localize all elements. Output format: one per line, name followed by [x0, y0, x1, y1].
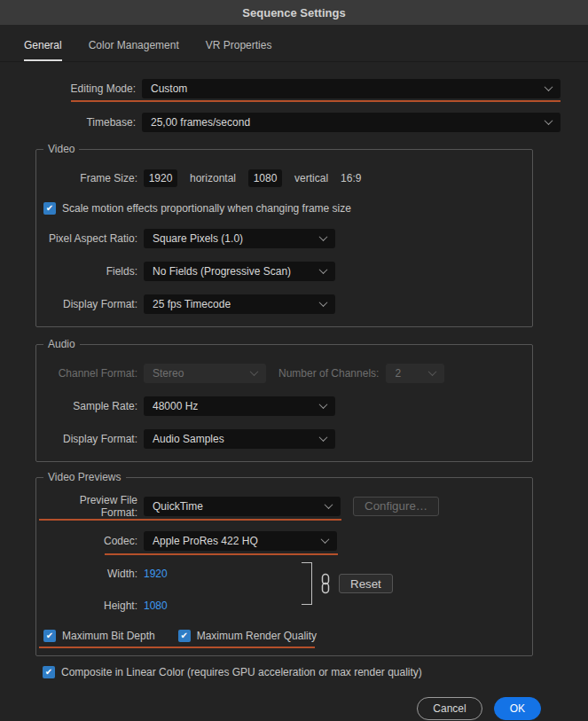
- scale-motion-label: Scale motion effects proportionally when…: [62, 202, 351, 215]
- highlight-underline: [105, 553, 338, 555]
- tab-color-management[interactable]: Color Management: [89, 39, 179, 61]
- fields-dropdown[interactable]: No Fields (Progressive Scan): [144, 262, 335, 281]
- max-bit-depth-checkbox[interactable]: ✔: [43, 630, 56, 642]
- chevron-down-icon: [319, 433, 328, 442]
- chevron-down-icon: [545, 116, 553, 125]
- sample-rate-row: Sample Rate: 48000 Hz: [43, 396, 525, 416]
- dropdown-value: No Fields (Progressive Scan): [153, 265, 291, 278]
- check-icon: ✔: [181, 631, 188, 640]
- preview-file-format-dropdown[interactable]: QuickTime: [144, 497, 341, 516]
- ok-button[interactable]: OK: [494, 697, 541, 720]
- preview-width-value[interactable]: 1920: [144, 568, 168, 580]
- dialog-footer: Cancel OK: [0, 679, 561, 720]
- tab-general-label: General: [24, 39, 62, 51]
- channel-format-row: Channel Format: Stereo Number of Channel…: [43, 363, 525, 383]
- highlight-underline: [39, 519, 341, 521]
- chevron-down-icon: [250, 367, 259, 376]
- preview-file-format-row: Preview File Format: QuickTime Configure…: [43, 496, 525, 516]
- scale-motion-row: ✔ Scale motion effects proportionally wh…: [43, 201, 525, 216]
- dropdown-value: Custom: [151, 82, 187, 95]
- check-icon: ✔: [45, 668, 52, 677]
- timebase-label: Timebase:: [0, 116, 136, 129]
- codec-row: Codec: Apple ProRes 422 HQ: [43, 530, 525, 551]
- configure-button[interactable]: Configure…: [353, 497, 439, 516]
- timebase-row: Timebase: 25,00 frames/second: [0, 112, 561, 132]
- chevron-down-icon: [428, 367, 437, 376]
- chevron-down-icon: [319, 298, 328, 307]
- tab-color-management-label: Color Management: [89, 39, 179, 51]
- dropdown-value: 48000 Hz: [153, 400, 198, 412]
- link-chain-icon[interactable]: [320, 573, 331, 594]
- check-icon: ✔: [46, 204, 53, 213]
- preview-height-value[interactable]: 1080: [144, 600, 168, 612]
- reset-button[interactable]: Reset: [339, 574, 393, 593]
- audio-display-format-label: Display Format:: [43, 433, 137, 445]
- video-group-legend: Video: [43, 143, 79, 155]
- channel-format-label: Channel Format:: [43, 367, 137, 380]
- editing-mode-row: Editing Mode: Custom: [0, 78, 561, 98]
- dropdown-value: Square Pixels (1.0): [153, 232, 243, 245]
- audio-group: Audio Channel Format: Stereo Number of C…: [35, 344, 533, 462]
- composite-linear-row: ✔ Composite in Linear Color (requires GP…: [43, 665, 533, 679]
- audio-group-legend: Audio: [43, 338, 80, 350]
- audio-display-format-row: Display Format: Audio Samples: [43, 428, 525, 449]
- horizontal-label: horizontal: [190, 172, 236, 184]
- chevron-down-icon: [319, 232, 328, 241]
- pixel-aspect-ratio-dropdown[interactable]: Square Pixels (1.0): [144, 229, 335, 248]
- dropdown-value: 25,00 frames/second: [151, 116, 250, 129]
- editing-mode-dropdown[interactable]: Custom: [142, 79, 561, 98]
- composite-linear-checkbox[interactable]: ✔: [43, 666, 55, 678]
- frame-height-input[interactable]: 1080: [248, 169, 282, 187]
- preview-file-format-label: Preview File Format:: [43, 494, 137, 519]
- max-render-quality-checkbox[interactable]: ✔: [178, 630, 191, 642]
- dropdown-value: 25 fps Timecode: [153, 298, 231, 310]
- pixel-aspect-ratio-row: Pixel Aspect Ratio: Square Pixels (1.0): [43, 228, 525, 248]
- sample-rate-dropdown[interactable]: 48000 Hz: [144, 396, 335, 416]
- link-bracket: [302, 562, 312, 605]
- preview-width-label: Width:: [43, 568, 137, 580]
- composite-linear-label: Composite in Linear Color (requires GPU …: [61, 666, 422, 678]
- width-height-link-decor: Reset: [302, 562, 393, 605]
- video-display-format-dropdown[interactable]: 25 fps Timecode: [144, 294, 335, 314]
- highlight-underline: [71, 100, 561, 102]
- frame-size-label: Frame Size:: [43, 172, 137, 184]
- max-quality-row: ✔ Maximum Bit Depth ✔ Maximum Render Qua…: [43, 629, 525, 643]
- frame-width-input[interactable]: 1920: [144, 169, 177, 187]
- dialog-title: Sequence Settings: [242, 6, 345, 20]
- chevron-down-icon: [319, 400, 328, 409]
- scale-motion-checkbox[interactable]: ✔: [43, 202, 56, 215]
- preview-width-row: Width: 1920: [43, 567, 525, 581]
- dropdown-value: QuickTime: [153, 500, 203, 513]
- dropdown-value: Stereo: [153, 367, 184, 380]
- codec-label: Codec:: [43, 535, 137, 547]
- pixel-aspect-ratio-label: Pixel Aspect Ratio:: [43, 232, 137, 245]
- sample-rate-label: Sample Rate:: [43, 400, 137, 412]
- tab-bar: General Color Management VR Properties: [0, 25, 588, 62]
- frame-size-row: Frame Size: 1920 horizontal 1080 vertica…: [43, 168, 525, 188]
- tab-vr-properties[interactable]: VR Properties: [206, 39, 272, 61]
- chevron-down-icon: [545, 82, 553, 91]
- number-of-channels-label: Number of Channels:: [278, 367, 379, 380]
- video-previews-group: Video Previews Preview File Format: Quic…: [35, 477, 533, 656]
- aspect-ratio-value: 16:9: [341, 172, 361, 184]
- video-display-format-label: Display Format:: [43, 298, 137, 310]
- max-render-quality-label: Maximum Render Quality: [197, 630, 317, 642]
- channel-format-dropdown: Stereo: [144, 364, 266, 383]
- sequence-settings-dialog: Sequence Settings General Color Manageme…: [0, 0, 588, 720]
- timebase-dropdown[interactable]: 25,00 frames/second: [142, 113, 561, 132]
- chevron-down-icon: [321, 535, 330, 544]
- check-icon: ✔: [46, 631, 53, 640]
- preview-height-label: Height:: [43, 600, 137, 612]
- cancel-button[interactable]: Cancel: [417, 697, 482, 720]
- video-group: Video Frame Size: 1920 horizontal 1080 v…: [35, 149, 533, 327]
- chevron-down-icon: [325, 500, 333, 509]
- tab-general[interactable]: General: [24, 39, 62, 61]
- chevron-down-icon: [319, 265, 328, 274]
- fields-row: Fields: No Fields (Progressive Scan): [43, 261, 525, 281]
- vertical-label: vertical: [294, 172, 328, 184]
- audio-display-format-dropdown[interactable]: Audio Samples: [144, 429, 335, 449]
- dialog-titlebar[interactable]: Sequence Settings: [0, 0, 588, 25]
- codec-dropdown[interactable]: Apple ProRes 422 HQ: [144, 531, 337, 551]
- dropdown-value: Audio Samples: [153, 433, 224, 445]
- video-display-format-row: Display Format: 25 fps Timecode: [43, 294, 525, 314]
